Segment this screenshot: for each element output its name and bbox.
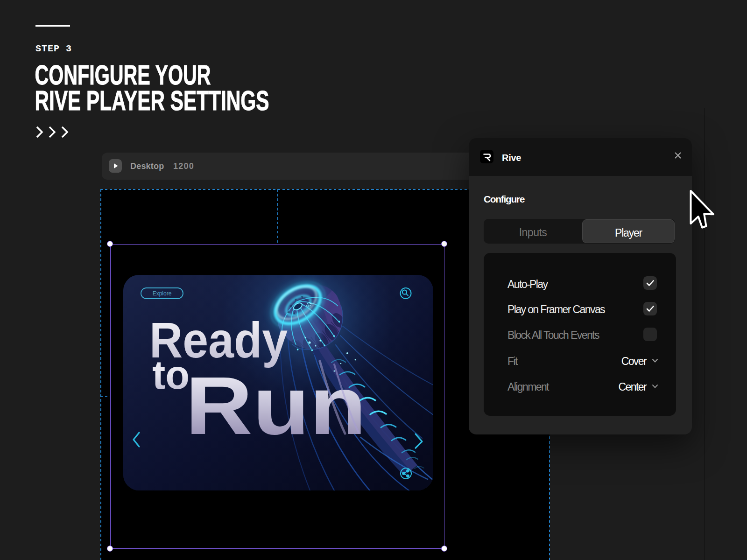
svg-text:RIVE PLAYER SETTINGS: RIVE PLAYER SETTINGS [35,85,269,116]
